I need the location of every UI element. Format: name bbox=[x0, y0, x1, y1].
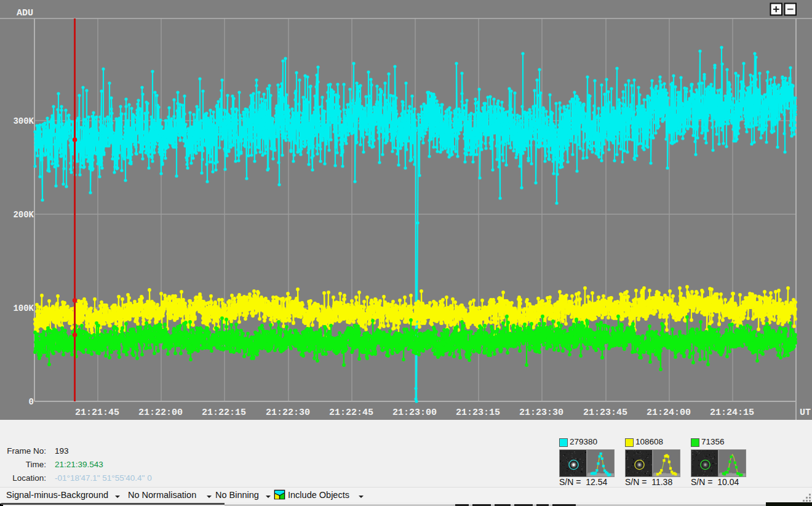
svg-text:21:24:15: 21:24:15 bbox=[710, 408, 754, 418]
svg-text:100K: 100K bbox=[13, 303, 34, 313]
svg-text:200K: 200K bbox=[13, 210, 34, 220]
svg-text:21:22:45: 21:22:45 bbox=[329, 408, 373, 418]
svg-text:21:21:45: 21:21:45 bbox=[75, 408, 119, 418]
svg-text:21:22:30: 21:22:30 bbox=[266, 408, 310, 418]
svg-text:UT: UT bbox=[800, 408, 811, 418]
svg-text:300K: 300K bbox=[13, 116, 34, 126]
svg-text:ADU: ADU bbox=[17, 8, 33, 18]
svg-text:21:24:00: 21:24:00 bbox=[647, 408, 691, 418]
svg-text:21:23:30: 21:23:30 bbox=[519, 408, 563, 418]
svg-text:21:23:45: 21:23:45 bbox=[583, 408, 627, 418]
svg-text:21:22:00: 21:22:00 bbox=[138, 408, 183, 418]
svg-text:21:23:00: 21:23:00 bbox=[392, 408, 437, 418]
svg-text:21:22:15: 21:22:15 bbox=[202, 408, 246, 418]
svg-text:21:23:15: 21:23:15 bbox=[456, 408, 500, 418]
svg-text:0: 0 bbox=[29, 397, 34, 407]
